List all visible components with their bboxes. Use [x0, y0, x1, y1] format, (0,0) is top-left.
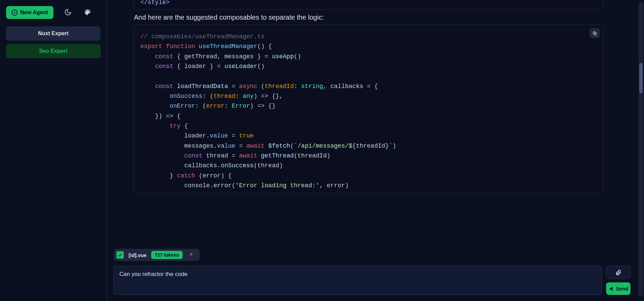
sidebar-top: + New Agent: [6, 6, 100, 19]
agent-list: Nuxt ExpertSeo Expert: [6, 26, 100, 62]
palette-button[interactable]: [83, 7, 93, 18]
close-icon: [189, 252, 193, 257]
composer-buttons: Send: [606, 266, 630, 295]
paperclip-icon: [615, 269, 622, 276]
chat-content: </style> And here are the suggested comp…: [134, 0, 603, 194]
scrollbar-vertical[interactable]: [639, 2, 643, 297]
attach-button[interactable]: [606, 266, 630, 279]
agent-item-1[interactable]: Seo Expert: [6, 44, 100, 58]
scrollbar-thumb[interactable]: [639, 63, 643, 93]
main-panel: </style> And here are the suggested comp…: [107, 0, 644, 301]
new-agent-label: New Agent: [20, 9, 48, 16]
palette-icon: [84, 8, 91, 16]
code-block: // composables/useThreadManager.ts expor…: [134, 25, 603, 194]
agent-item-0[interactable]: Nuxt Expert: [6, 26, 100, 41]
previous-code-block: </style>: [134, 0, 603, 9]
file-name: [id].vue: [129, 252, 146, 258]
new-agent-button[interactable]: + New Agent: [6, 6, 53, 19]
composer: [id].vue 727 tokens Send: [107, 246, 637, 301]
theme-toggle-button[interactable]: [63, 7, 73, 18]
file-token-count: 727 tokens: [151, 251, 182, 259]
code-content: // composables/useThreadManager.ts expor…: [140, 32, 597, 191]
assistant-text: And here are the suggested composables t…: [134, 14, 603, 21]
check-icon: [118, 253, 122, 257]
moon-icon: [64, 8, 72, 16]
composer-row: Send: [114, 266, 630, 295]
copy-icon: [592, 31, 597, 36]
chat-scroll[interactable]: </style> And here are the suggested comp…: [107, 0, 637, 246]
remove-file-button[interactable]: [187, 251, 195, 259]
send-label: Send: [616, 286, 628, 292]
send-icon: [608, 286, 614, 292]
send-button[interactable]: Send: [606, 282, 630, 295]
message-input[interactable]: [114, 266, 602, 295]
copy-code-button[interactable]: [590, 28, 600, 38]
file-attachment-chip: [id].vue 727 tokens: [114, 249, 200, 261]
plus-circle-icon: +: [12, 9, 18, 16]
sidebar: + New Agent Nuxt ExpertSeo Expert: [0, 0, 107, 301]
file-included-checkbox[interactable]: [116, 251, 124, 259]
code-tail: </style>: [140, 0, 597, 6]
